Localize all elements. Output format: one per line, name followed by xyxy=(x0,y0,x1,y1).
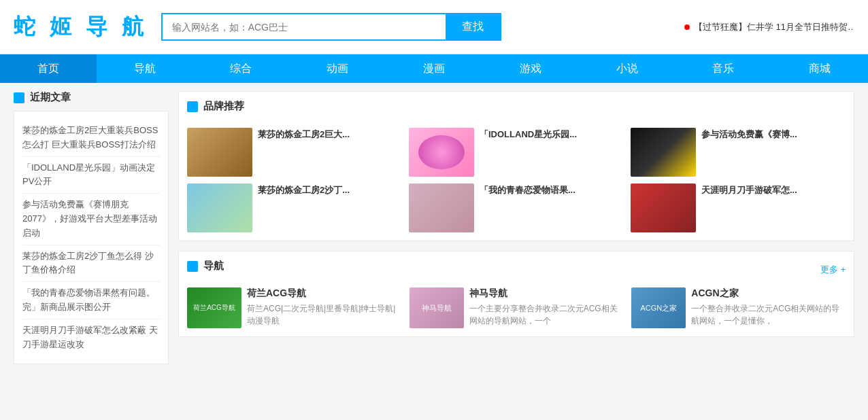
sidebar-articles: 莱莎的炼金工房2巨大重装兵BOSS怎么打 巨大重装兵BOSS打法介绍 「IDOL… xyxy=(14,111,169,364)
nav-item-animation[interactable]: 动画 xyxy=(289,54,386,83)
brand-info-4: 「我的青春恋爱物语果... xyxy=(480,183,624,197)
nav-title-icon xyxy=(187,261,198,272)
brand-thumb-5 xyxy=(631,183,696,232)
brand-title-5: 天涯明月刀手游破军怎... xyxy=(701,183,846,197)
list-item[interactable]: 莱莎的炼金工房2巨大重装兵BOSS怎么打 巨大重装兵BOSS打法介绍 xyxy=(22,120,160,157)
brand-card-4[interactable]: 「我的青春恋爱物语果... xyxy=(409,183,624,232)
nav-card-title-1: 神马导航 xyxy=(469,287,624,300)
nav-card-title-0: 荷兰ACG导航 xyxy=(247,287,401,300)
brand-info-2: 参与活动免费赢《赛博... xyxy=(701,128,846,141)
logo: 蛇 姬 导 航 xyxy=(14,12,148,42)
brand-section-header: 品牌推荐 xyxy=(187,100,846,120)
nav-item-shop[interactable]: 商城 xyxy=(771,54,868,83)
sidebar-title: 近期文章 xyxy=(14,91,169,104)
nav-item-novels[interactable]: 小说 xyxy=(579,54,675,83)
brand-grid: 莱莎的炼金工房2巨大... 「IDOLLAND星光乐园... 参与活动免费赢《赛… xyxy=(187,128,846,232)
notice-text: 【过节狂魔】仁井学 11月全节日推特贺… xyxy=(694,21,854,33)
nav-item-comprehensive[interactable]: 综合 xyxy=(193,54,290,83)
nav-section-title: 导航 xyxy=(187,260,224,273)
nav-item-navigation[interactable]: 导航 xyxy=(97,54,193,83)
brand-title-0: 莱莎的炼金工房2巨大... xyxy=(258,128,402,141)
nav-card-thumb-1: 神马导航 xyxy=(410,287,464,328)
list-item[interactable]: 「IDOLLAND星光乐园」动画决定PV公开 xyxy=(22,157,160,194)
brand-title-1: 「IDOLLAND星光乐园... xyxy=(480,128,624,141)
nav-card-title-2: ACGN之家 xyxy=(691,287,846,300)
brand-title-3: 莱莎的炼金工房2沙丁... xyxy=(258,183,402,197)
list-item[interactable]: 莱莎的炼金工房2沙丁鱼怎么得 沙丁鱼价格介绍 xyxy=(22,245,160,283)
brand-thumb-2 xyxy=(631,128,696,177)
nav-card-info-2: ACGN之家 一个整合并收录二次元ACG相关网站的导航网站，一个是懂你， xyxy=(691,287,846,327)
brand-card-3[interactable]: 莱莎的炼金工房2沙丁... xyxy=(187,183,402,232)
nav-card-desc-0: 荷兰ACG|二次元导航|里番导航|绅士导航|动漫导航 xyxy=(247,302,401,327)
header-notice: 【过节狂魔】仁井学 11月全节日推特贺… xyxy=(684,21,854,33)
nav-item-home[interactable]: 首页 xyxy=(0,54,97,83)
brand-section: 品牌推荐 莱莎的炼金工房2巨大... 「IDOLLAND星光乐园... xyxy=(178,91,854,241)
nav-title-text: 导航 xyxy=(203,260,224,273)
nav-card-2[interactable]: ACGN之家 ACGN之家 一个整合并收录二次元ACG相关网站的导航网站，一个是… xyxy=(631,287,846,328)
brand-title-text: 品牌推荐 xyxy=(203,100,244,113)
brand-info-1: 「IDOLLAND星光乐园... xyxy=(480,128,624,141)
brand-card-2[interactable]: 参与活动免费赢《赛博... xyxy=(631,128,846,177)
content-area: 品牌推荐 莱莎的炼金工房2巨大... 「IDOLLAND星光乐园... xyxy=(178,91,854,364)
brand-thumb-1 xyxy=(409,128,474,177)
brand-title-icon xyxy=(187,101,198,112)
brand-info-5: 天涯明月刀手游破军怎... xyxy=(701,183,846,197)
nav-card-0[interactable]: 荷兰ACG导航 荷兰ACG导航 荷兰ACG|二次元导航|里番导航|绅士导航|动漫… xyxy=(187,287,401,328)
brand-card-1[interactable]: 「IDOLLAND星光乐园... xyxy=(409,128,624,177)
brand-section-title: 品牌推荐 xyxy=(187,100,244,113)
nav-card-thumb-2: ACGN之家 xyxy=(631,287,686,328)
header: 蛇 姬 导 航 查找 【过节狂魔】仁井学 11月全节日推特贺… xyxy=(0,0,868,54)
nav-item-manga[interactable]: 漫画 xyxy=(386,54,482,83)
main-content: 近期文章 莱莎的炼金工房2巨大重装兵BOSS怎么打 巨大重装兵BOSS打法介绍 … xyxy=(0,83,868,372)
nav-card-desc-2: 一个整合并收录二次元ACG相关网站的导航网站，一个是懂你， xyxy=(691,302,846,327)
nav-card-1[interactable]: 神马导航 神马导航 一个主要分享整合并收录二次元ACG相关网站的导航网站，一个 xyxy=(410,287,624,328)
nav-item-music[interactable]: 音乐 xyxy=(675,54,771,83)
brand-info-3: 莱莎的炼金工房2沙丁... xyxy=(258,183,402,197)
brand-thumb-0 xyxy=(187,128,252,177)
brand-card-5[interactable]: 天涯明月刀手游破军怎... xyxy=(631,183,846,232)
list-item[interactable]: 参与活动免费赢《赛博朋克2077》，好游戏平台大型差事活动启动 xyxy=(22,194,160,245)
list-item[interactable]: 「我的青春恋爱物语果然有问题。完」新商品展示图公开 xyxy=(22,282,160,319)
nav-card-info-0: 荷兰ACG导航 荷兰ACG|二次元导航|里番导航|绅士导航|动漫导航 xyxy=(247,287,401,327)
brand-card-0[interactable]: 莱莎的炼金工房2巨大... xyxy=(187,128,402,177)
notice-dot-icon xyxy=(684,24,690,30)
sidebar-title-icon xyxy=(14,92,24,103)
nav-card-info-1: 神马导航 一个主要分享整合并收录二次元ACG相关网站的导航网站，一个 xyxy=(469,287,624,327)
nav-cards-grid: 荷兰ACG导航 荷兰ACG导航 荷兰ACG|二次元导航|里番导航|绅士导航|动漫… xyxy=(187,287,846,328)
brand-info-0: 莱莎的炼金工房2巨大... xyxy=(258,128,402,141)
search-bar: 查找 xyxy=(161,13,501,41)
sidebar-title-text: 近期文章 xyxy=(30,91,71,104)
nav-cards-section: 导航 更多 + 荷兰ACG导航 荷兰ACG导航 荷兰ACG|二次元导航|里番导航… xyxy=(178,251,854,337)
nav-card-desc-1: 一个主要分享整合并收录二次元ACG相关网站的导航网站，一个 xyxy=(469,302,624,327)
nav-more-link[interactable]: 更多 + xyxy=(820,264,846,276)
brand-thumb-1-inner xyxy=(418,135,464,169)
sidebar: 近期文章 莱莎的炼金工房2巨大重装兵BOSS怎么打 巨大重装兵BOSS打法介绍 … xyxy=(14,91,169,364)
main-nav: 首页 导航 综合 动画 漫画 游戏 小说 音乐 商城 xyxy=(0,54,868,83)
brand-thumb-4 xyxy=(409,183,474,232)
search-input[interactable] xyxy=(163,14,446,39)
search-button[interactable]: 查找 xyxy=(446,14,500,39)
brand-title-2: 参与活动免费赢《赛博... xyxy=(701,128,846,141)
nav-item-games[interactable]: 游戏 xyxy=(482,54,579,83)
list-item[interactable]: 天涯明月刀手游破军怎么改紧蔽 天刀手游星运改攻 xyxy=(22,319,160,356)
brand-title-4: 「我的青春恋爱物语果... xyxy=(480,183,624,197)
brand-thumb-3 xyxy=(187,183,252,232)
nav-section-header: 导航 更多 + xyxy=(187,260,846,279)
nav-card-thumb-0: 荷兰ACG导航 xyxy=(187,287,241,328)
